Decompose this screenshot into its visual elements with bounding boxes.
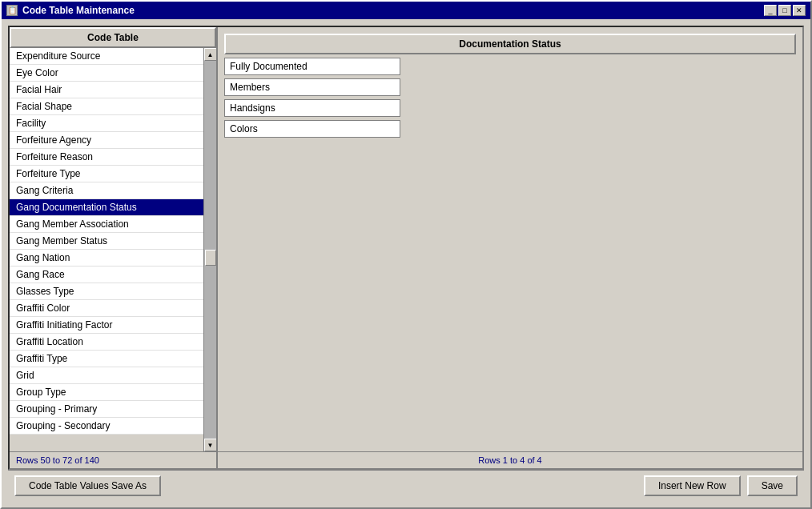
right-panel: Documentation Status Fully DocumentedMem… — [218, 27, 802, 468]
list-item[interactable]: Group Type — [10, 384, 203, 401]
title-bar-left: 📋 Code Table Maintenance — [6, 5, 135, 16]
window-icon: 📋 — [6, 5, 18, 16]
left-panel-header: Code Table — [10, 27, 216, 48]
window-content: Code Table Expenditure SourceEye ColorFa… — [2, 19, 810, 507]
list-item[interactable]: Expenditure Source — [10, 48, 203, 65]
window-title: Code Table Maintenance — [22, 5, 135, 16]
list-item[interactable]: Forfeiture Agency — [10, 132, 203, 149]
list-item[interactable]: Facial Hair — [10, 82, 203, 98]
list-item[interactable]: Forfeiture Reason — [10, 149, 203, 166]
list-item[interactable]: Gang Race — [10, 267, 203, 283]
bottom-bar: Code Table Values Save As Insert New Row… — [8, 470, 804, 501]
title-bar: 📋 Code Table Maintenance _ □ ✕ — [2, 2, 810, 19]
save-as-button[interactable]: Code Table Values Save As — [14, 475, 161, 496]
scroll-thumb[interactable] — [205, 250, 216, 266]
list-item[interactable]: Gang Nation — [10, 250, 203, 267]
right-row-count: Rows 1 to 4 of 4 — [478, 455, 542, 465]
left-row-count: Rows 50 to 72 of 140 — [16, 455, 99, 465]
title-controls: _ □ ✕ — [764, 5, 806, 16]
list-item[interactable]: Graffiti Color — [10, 300, 203, 317]
scroll-up-button[interactable]: ▲ — [204, 48, 217, 61]
save-button[interactable]: Save — [747, 475, 798, 496]
right-panel-content: Fully DocumentedMembersHandsignsColors — [218, 58, 802, 451]
main-window: 📋 Code Table Maintenance _ □ ✕ Code Tabl… — [0, 0, 812, 509]
list-item[interactable]: Forfeiture Type — [10, 166, 203, 182]
scroll-down-button[interactable]: ▼ — [204, 439, 217, 451]
insert-new-row-button[interactable]: Insert New Row — [644, 475, 741, 496]
list-items: Expenditure SourceEye ColorFacial HairFa… — [10, 48, 203, 451]
list-item[interactable]: Glasses Type — [10, 283, 203, 300]
list-item[interactable]: Gang Member Association — [10, 216, 203, 233]
maximize-button[interactable]: □ — [778, 5, 791, 16]
list-item[interactable]: Facial Shape — [10, 98, 203, 115]
bottom-right-buttons: Insert New Row Save — [644, 475, 798, 496]
list-item[interactable]: Eye Color — [10, 65, 203, 82]
right-panel-header: Documentation Status — [224, 34, 796, 54]
list-item[interactable]: Grouping - Primary — [10, 401, 203, 418]
doc-status-item[interactable]: Colors — [224, 120, 400, 138]
list-item[interactable]: Facility — [10, 115, 203, 132]
list-item[interactable]: Gang Criteria — [10, 182, 203, 199]
scroll-track[interactable] — [204, 61, 217, 439]
doc-status-item[interactable]: Handsigns — [224, 99, 400, 117]
list-item[interactable]: Gang Documentation Status — [10, 199, 203, 216]
right-panel-footer: Rows 1 to 4 of 4 — [218, 451, 802, 468]
list-item[interactable]: Gang Member Status — [10, 233, 203, 250]
doc-status-item[interactable]: Fully Documented — [224, 58, 400, 75]
list-item[interactable]: Graffiti Type — [10, 351, 203, 367]
minimize-button[interactable]: _ — [764, 5, 777, 16]
left-panel-footer: Rows 50 to 72 of 140 — [10, 451, 216, 468]
close-button[interactable]: ✕ — [793, 5, 806, 16]
left-panel: Code Table Expenditure SourceEye ColorFa… — [10, 27, 218, 468]
list-item[interactable]: Grouping - Secondary — [10, 418, 203, 435]
main-area: Code Table Expenditure SourceEye ColorFa… — [8, 26, 804, 470]
list-item[interactable]: Graffiti Location — [10, 334, 203, 351]
list-item[interactable]: Graffiti Initiating Factor — [10, 317, 203, 334]
vertical-scrollbar[interactable]: ▲ ▼ — [203, 48, 216, 451]
list-container: Expenditure SourceEye ColorFacial HairFa… — [10, 48, 216, 451]
list-item[interactable]: Grid — [10, 367, 203, 384]
doc-status-item[interactable]: Members — [224, 78, 400, 96]
